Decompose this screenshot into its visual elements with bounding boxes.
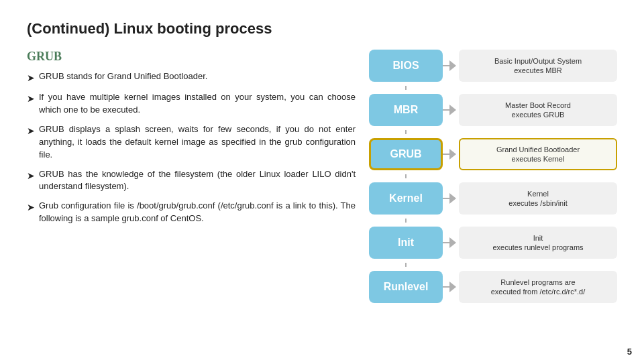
- bullet-item-3: ➤ GRUB displays a splash screen, waits f…: [27, 123, 356, 162]
- bullet-arrow-4: ➤: [27, 169, 35, 182]
- box-grub: GRUB: [369, 138, 443, 170]
- connector-init-runlevel: [369, 263, 443, 267]
- bullet-text-1: GRUB stands for Grand Unified Bootloader…: [39, 70, 356, 83]
- diagram-row-grub: GRUB Grand Unified Bootloaderexecutes Ke…: [369, 138, 617, 170]
- bullet-item-1: ➤ GRUB stands for Grand Unified Bootload…: [27, 70, 356, 84]
- arrow-grub: [443, 138, 459, 170]
- bullet-text-2: If you have multiple kernel images insta…: [39, 91, 356, 117]
- arrow-runlevel: [443, 271, 459, 303]
- arrow-bios: [443, 50, 459, 82]
- arrow-init: [443, 227, 459, 259]
- slide: (Continued) Linux booting process GRUB ➤…: [0, 0, 644, 362]
- slide-title: (Continued) Linux booting process: [27, 20, 617, 38]
- desc-bios: Basic Input/Output Systemexecutes MBR: [459, 50, 617, 82]
- bullet-text-3: GRUB displays a splash screen, waits for…: [39, 123, 356, 162]
- connector-grub-kernel: [369, 174, 443, 178]
- bullet-text-4: GRUB has the knowledge of the filesystem…: [39, 168, 356, 194]
- desc-runlevel: Runlevel programs areexecuted from /etc/…: [459, 271, 617, 303]
- diagram-row-runlevel: Runlevel Runlevel programs areexecuted f…: [369, 271, 617, 303]
- box-mbr: MBR: [369, 94, 443, 126]
- content-area: GRUB ➤ GRUB stands for Grand Unified Boo…: [27, 50, 617, 303]
- bullet-text-5: Grub configuration file is /boot/grub/gr…: [39, 200, 356, 225]
- connector-bios-mbr: [369, 86, 443, 90]
- connector-mbr-grub: [369, 130, 443, 134]
- bullet-arrow-1: ➤: [27, 71, 35, 84]
- bullet-arrow-3: ➤: [27, 124, 35, 137]
- diagram: BIOS Basic Input/Output Systemexecutes M…: [369, 50, 617, 303]
- connector-kernel-init: [369, 219, 443, 223]
- diagram-row-bios: BIOS Basic Input/Output Systemexecutes M…: [369, 50, 617, 82]
- box-kernel: Kernel: [369, 182, 443, 215]
- bullet-arrow-5: ➤: [27, 200, 35, 214]
- left-column: GRUB ➤ GRUB stands for Grand Unified Boo…: [27, 50, 356, 303]
- bullet-item-5: ➤ Grub configuration file is /boot/grub/…: [27, 200, 356, 225]
- box-bios: BIOS: [369, 50, 443, 82]
- page-number: 5: [627, 347, 632, 357]
- diagram-row-kernel: Kernel Kernelexecutes /sbin/init: [369, 182, 617, 215]
- bullet-item-2: ➤ If you have multiple kernel images ins…: [27, 91, 356, 117]
- desc-init: Initexecutes runlevel programs: [459, 227, 617, 259]
- section-heading: GRUB: [27, 50, 356, 64]
- box-init: Init: [369, 227, 443, 259]
- arrow-kernel: [443, 182, 459, 215]
- diagram-row-init: Init Initexecutes runlevel programs: [369, 227, 617, 259]
- desc-mbr: Master Boot Recordexecutes GRUB: [459, 94, 617, 126]
- desc-grub: Grand Unified Bootloaderexecutes Kernel: [459, 138, 617, 170]
- desc-kernel: Kernelexecutes /sbin/init: [459, 182, 617, 215]
- diagram-row-mbr: MBR Master Boot Recordexecutes GRUB: [369, 94, 617, 126]
- bullet-arrow-2: ➤: [27, 92, 35, 105]
- bullet-item-4: ➤ GRUB has the knowledge of the filesyst…: [27, 168, 356, 194]
- arrow-mbr: [443, 94, 459, 126]
- box-runlevel: Runlevel: [369, 271, 443, 303]
